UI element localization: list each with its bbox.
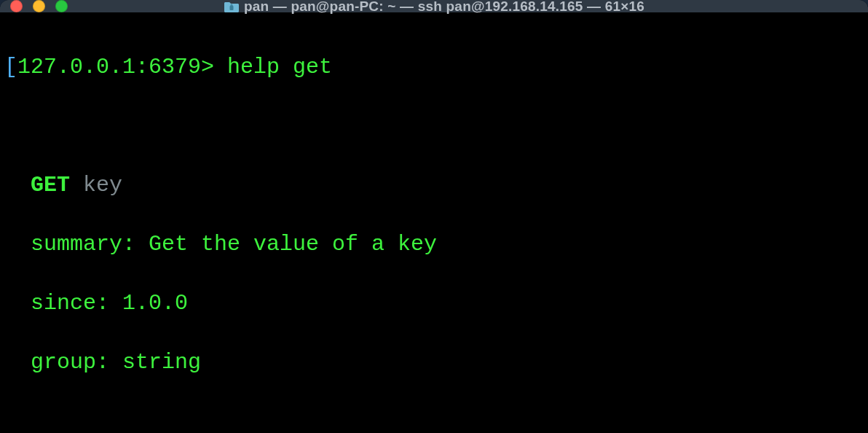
- command-1: help get: [227, 55, 332, 79]
- indent: [4, 350, 31, 375]
- blank-line-1: [4, 112, 865, 141]
- summary-label: summary:: [31, 232, 149, 257]
- terminal-window: pan — pan@pan-PC: ~ — ssh pan@192.168.14…: [0, 0, 868, 433]
- group-value: string: [122, 350, 201, 375]
- zoom-button[interactable]: [55, 0, 68, 12]
- since-value: 1.0.0: [122, 291, 188, 316]
- help-group: group: string: [4, 348, 865, 378]
- svg-rect-0: [229, 6, 233, 10]
- blank-line-2: [4, 407, 865, 434]
- prompt-bracket: [: [4, 55, 17, 79]
- help-cmd-name: GET: [31, 173, 70, 198]
- close-button[interactable]: [10, 0, 23, 12]
- prompt-line-1: [127.0.0.1:6379> help get: [4, 52, 865, 82]
- help-since: since: 1.0.0: [4, 289, 865, 319]
- group-label: group:: [31, 350, 122, 375]
- prompt-1: 127.0.0.1:6379>: [17, 55, 227, 79]
- indent: [4, 291, 31, 316]
- indent: [4, 232, 31, 257]
- minimize-button[interactable]: [33, 0, 45, 12]
- traffic-lights: [10, 0, 68, 12]
- folder-icon: [224, 1, 238, 12]
- title-wrap: pan — pan@pan-PC: ~ — ssh pan@192.168.14…: [0, 0, 868, 15]
- help-cmd-arg: key: [70, 173, 122, 198]
- titlebar: pan — pan@pan-PC: ~ — ssh pan@192.168.14…: [0, 0, 868, 12]
- since-label: since:: [31, 291, 122, 316]
- svg-rect-1: [231, 4, 232, 7]
- help-summary: summary: Get the value of a key: [4, 230, 865, 260]
- window-title: pan — pan@pan-PC: ~ — ssh pan@192.168.14…: [244, 0, 644, 15]
- help-signature: GET key: [4, 171, 865, 200]
- indent: [4, 173, 31, 198]
- summary-value: Get the value of a key: [149, 232, 437, 257]
- terminal-body[interactable]: [127.0.0.1:6379> help get GET key summar…: [0, 12, 868, 433]
